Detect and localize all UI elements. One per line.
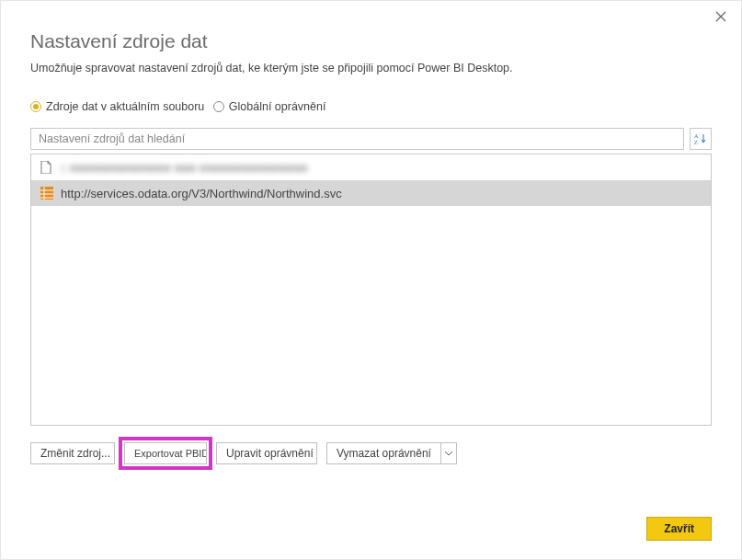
clear-permissions-dropdown[interactable] [440,442,457,464]
button-label: Exportovat PBIDS [134,448,207,459]
export-pbids-button[interactable]: Exportovat PBIDS [124,442,207,464]
data-source-item[interactable]: c ■■■■■■■■■■■■■■ ■■■ ■■■■■■■■■■■■■■■ [31,154,711,180]
file-icon [40,161,53,174]
radio-dot-icon [213,101,224,112]
change-source-button[interactable]: Změnit zdroj... [30,442,115,464]
button-label: Vymazat oprávnění [337,447,431,460]
radio-label: Globální oprávnění [229,100,326,113]
clear-permissions-group: Vymazat oprávnění [326,442,457,464]
svg-text:Z: Z [694,140,698,145]
action-buttons-row: Změnit zdroj... Exportovat PBIDS Upravit… [30,442,712,464]
dialog-description: Umožňuje spravovat nastavení zdrojů dat,… [30,62,712,74]
dialog-footer: Zavřít [30,500,712,541]
radio-label: Zdroje dat v aktuálním souboru [46,100,204,113]
close-icon[interactable] [712,8,730,27]
search-row: A Z [30,128,712,150]
close-button[interactable]: Zavřít [646,517,712,541]
scope-radio-group: Zdroje dat v aktuálním souboru Globální … [30,100,712,115]
button-label: Upravit oprávnění ... [226,447,317,460]
radio-dot-icon [30,101,41,112]
data-source-list: c ■■■■■■■■■■■■■■ ■■■ ■■■■■■■■■■■■■■■ htt… [30,154,712,426]
data-source-label: c ■■■■■■■■■■■■■■ ■■■ ■■■■■■■■■■■■■■■ [61,161,308,175]
button-label: Zavřít [664,522,694,535]
radio-current-file[interactable]: Zdroje dat v aktuálním souboru [30,100,204,113]
clear-permissions-button[interactable]: Vymazat oprávnění [326,442,440,464]
chevron-down-icon [445,450,452,457]
button-label: Změnit zdroj... [40,447,110,460]
sort-az-icon: A Z [694,132,707,145]
dialog-body: Nastavení zdroje dat Umožňuje spravovat … [1,1,741,559]
svg-text:A: A [694,133,699,139]
dialog-title: Nastavení zdroje dat [30,30,712,52]
data-source-item[interactable]: http://services.odata.org/V3/Northwind/N… [31,180,711,206]
search-input[interactable] [30,128,684,150]
data-source-label: http://services.odata.org/V3/Northwind/N… [61,187,342,200]
edit-permissions-button[interactable]: Upravit oprávnění ... [216,442,317,464]
radio-global-permissions[interactable]: Globální oprávnění [213,100,326,113]
sort-button[interactable]: A Z [690,128,712,150]
odata-table-icon [40,187,53,200]
